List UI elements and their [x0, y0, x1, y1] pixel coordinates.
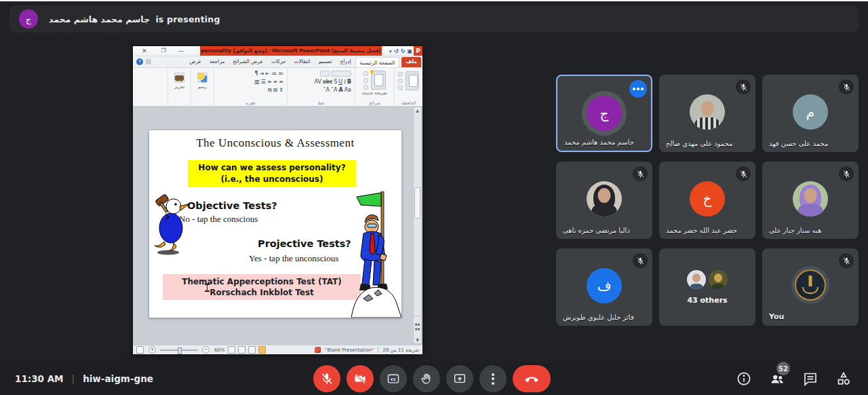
font-color-icon[interactable]: A — [338, 87, 342, 93]
tab-file[interactable]: ملف — [401, 57, 421, 67]
ppt-ribbon: الحافظة ✹ شريحة جديدة شرائح — [133, 68, 422, 107]
indent-more-icon[interactable]: ⇥ — [260, 71, 264, 77]
close-window-icon[interactable]: ✕ — [137, 46, 152, 56]
font-name-box[interactable] — [331, 71, 351, 77]
slide-nav-buttons[interactable]: ▲▲▼▼ — [414, 316, 421, 337]
tab-design[interactable]: تصميم — [314, 56, 336, 67]
section-icon[interactable] — [363, 85, 368, 90]
participant-tile[interactable]: محمود علي مهدي صالح — [659, 75, 755, 152]
shrink-font-icon[interactable]: A˅ — [323, 87, 329, 93]
justify-icon[interactable]: ☰ — [261, 79, 266, 85]
scroll-down-icon[interactable]: ▼ — [414, 337, 421, 343]
participant-tile[interactable]: هبه ستار جبار علي — [762, 162, 859, 239]
participant-tile[interactable]: ج جاسم محمد هاشم محمد — [556, 75, 652, 152]
camera-toggle-button[interactable] — [347, 365, 374, 392]
save-icon[interactable]: ▣ — [407, 48, 412, 54]
redo-icon[interactable]: ↻ — [401, 48, 406, 54]
tab-insert[interactable]: إدراج — [336, 56, 355, 67]
zoom-slider[interactable] — [160, 350, 198, 351]
end-call-icon — [524, 371, 540, 387]
editing-button[interactable]: تحرير — [172, 71, 187, 92]
zoom-in-icon[interactable]: + — [149, 346, 156, 354]
cut-icon[interactable] — [398, 72, 403, 77]
format-painter-icon[interactable] — [398, 86, 403, 90]
chat-button[interactable] — [802, 371, 818, 387]
tab-slideshow[interactable]: عرض الشرائح — [229, 56, 267, 67]
font-size-box[interactable] — [320, 71, 330, 77]
undo-icon[interactable]: ↺ — [394, 48, 399, 54]
italic-icon[interactable]: I — [344, 79, 346, 85]
bottom-control-bar: 11:30 AM | hiw-aigm-gne cc — [0, 362, 868, 395]
meeting-details-button[interactable] — [736, 371, 752, 387]
qat-dropdown-icon[interactable]: ▼ — [389, 49, 392, 54]
align-left-icon[interactable]: ≡ — [267, 79, 272, 85]
more-options-button[interactable] — [479, 365, 507, 392]
bullets-icon[interactable]: ≔ — [278, 71, 283, 77]
zoom-out-icon[interactable]: − — [202, 346, 210, 354]
overflow-tile[interactable]: 43 others — [659, 248, 755, 326]
reset-icon[interactable] — [363, 78, 368, 83]
participant-tile[interactable]: ف فائز خليل عليوي طويرش — [556, 248, 652, 326]
align-text-icon[interactable]: ⊞ — [273, 87, 278, 93]
tile-options-button[interactable] — [629, 80, 647, 98]
copy-icon[interactable] — [398, 79, 403, 83]
tab-animations[interactable]: حركات — [267, 56, 290, 67]
ribbon-pin-icon[interactable] — [146, 59, 151, 64]
paste-icon[interactable] — [406, 71, 419, 90]
quick-access-toolbar[interactable]: ▼ ↺ ↻ ▣ — [389, 47, 412, 55]
strikethrough-icon[interactable]: abc — [323, 79, 332, 85]
numbering-icon[interactable]: ≕ — [271, 71, 277, 77]
present-screen-button[interactable] — [446, 365, 473, 392]
end-call-button[interactable] — [513, 365, 551, 392]
mic-toggle-button[interactable] — [313, 365, 340, 392]
tab-view[interactable]: عرض — [185, 56, 205, 67]
align-right-icon[interactable]: ≡ — [279, 79, 283, 85]
scroll-up-icon[interactable]: ▲ — [414, 107, 421, 114]
help-icon[interactable]: ? — [136, 58, 143, 65]
participant-name: هبه ستار جبار علي — [769, 227, 821, 234]
new-slide-label[interactable]: شريحة جديدة — [359, 90, 391, 96]
self-tile[interactable]: You — [762, 248, 859, 326]
character-spacing-icon[interactable]: AV — [314, 79, 321, 85]
change-case-icon[interactable]: Aa — [344, 87, 351, 93]
drawing-button[interactable]: رسم — [195, 71, 210, 92]
slide-pink-callout: Thematic Apperceptions Test (TAT) Rorsch… — [163, 274, 361, 300]
indent-less-icon[interactable]: ⇤ — [265, 71, 270, 77]
slide-canvas[interactable]: The Unconscious & Assessment How can we … — [149, 130, 401, 318]
meeting-code: hiw-aigm-gne — [83, 373, 153, 384]
bold-icon[interactable]: B — [347, 79, 351, 85]
tab-transitions[interactable]: انتقالات — [290, 56, 315, 67]
reading-view-icon[interactable] — [238, 346, 245, 354]
grow-font-icon[interactable]: A˄ — [331, 87, 337, 93]
tab-review[interactable]: مراجعة — [205, 56, 229, 67]
slide-scrollbar[interactable]: ▲ ▲▲▼▼ ▼ — [413, 107, 422, 344]
fit-to-window-icon[interactable] — [136, 346, 144, 354]
scrollbar-thumb[interactable] — [414, 187, 420, 219]
activities-button[interactable] — [835, 371, 852, 387]
mic-off-icon — [839, 79, 854, 94]
underline-icon[interactable]: U — [338, 79, 342, 85]
participant-tile[interactable]: داليا مرتضى حمزه ناهي — [556, 162, 652, 239]
text-shadow-icon[interactable]: S — [334, 79, 337, 85]
layout-icon[interactable] — [363, 71, 368, 76]
tab-home[interactable]: الصفحة الرئيسية — [355, 57, 400, 67]
text-direction-icon[interactable]: ¶ — [255, 71, 258, 77]
ribbon-group-paragraph: ≔ ≕ ⇤ ⇥ ¶ ≡ ≡ ≡ ☰ ▥ ⇕ ⊞ ⧉ — [214, 68, 287, 107]
minimize-window-icon[interactable]: — — [174, 46, 189, 56]
participant-name: فائز خليل عليوي طويرش — [563, 314, 634, 321]
columns-icon[interactable]: ▥ — [254, 79, 260, 85]
line-spacing-icon[interactable]: ⇕ — [279, 87, 283, 93]
theme-icon[interactable] — [315, 347, 321, 353]
maximize-window-icon[interactable]: ❐ — [156, 46, 171, 56]
captions-button[interactable]: cc — [380, 365, 407, 392]
smartart-icon[interactable]: ⧉ — [268, 87, 272, 93]
participant-tile[interactable]: م محمد علي حسن فهد — [762, 75, 859, 152]
slide-sorter-view-icon[interactable] — [248, 346, 256, 354]
align-center-icon[interactable]: ≡ — [273, 79, 278, 85]
normal-view-icon[interactable] — [258, 346, 266, 354]
participant-tile[interactable]: خ خضر عبد الله خضر محمد — [659, 162, 755, 239]
new-slide-icon[interactable]: ✹ — [371, 71, 386, 90]
participants-button[interactable]: 52 — [769, 371, 785, 387]
raise-hand-button[interactable] — [413, 365, 440, 392]
slideshow-view-icon[interactable] — [228, 346, 235, 354]
